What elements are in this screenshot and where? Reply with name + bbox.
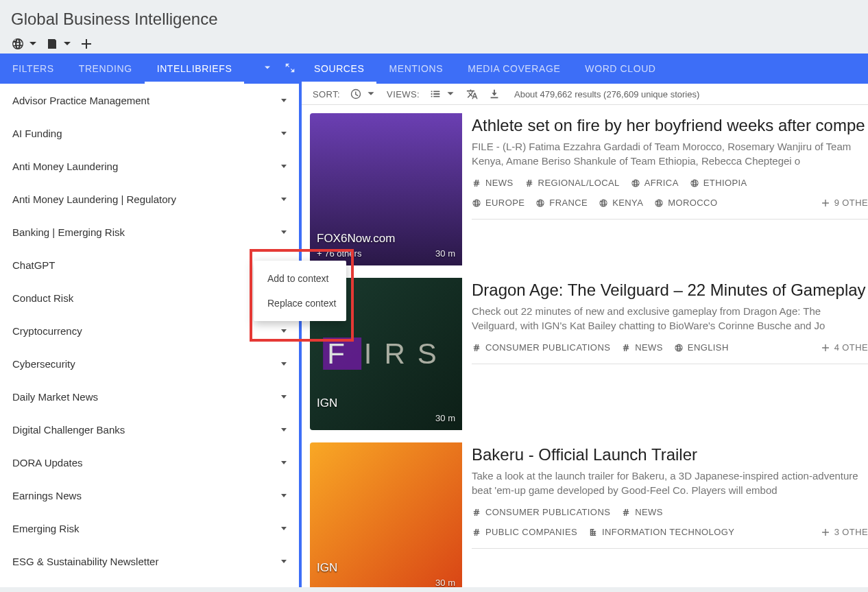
brief-item[interactable]: Advisor Practice Management bbox=[0, 84, 299, 117]
tag[interactable]: ETHIOPIA bbox=[690, 178, 747, 188]
tag-label: INFORMATION TECHNOLOGY bbox=[602, 527, 734, 537]
brief-label: Daily Market News bbox=[12, 391, 98, 403]
brief-label: ChatGPT bbox=[12, 259, 56, 271]
tag[interactable]: INFORMATION TECHNOLOGY bbox=[588, 527, 734, 537]
result-card: FIRS IGN 30 m Dragon Age: The Veilguard … bbox=[310, 278, 868, 430]
plus-icon bbox=[821, 198, 830, 208]
result-card: IGN 30 m Bakeru - Official Launch Traile… bbox=[310, 442, 868, 587]
download-button[interactable] bbox=[488, 88, 501, 100]
time-ago: 30 m bbox=[435, 248, 455, 259]
chevron-down-icon bbox=[281, 99, 287, 102]
sort-dropdown[interactable] bbox=[350, 88, 377, 100]
globe-icon bbox=[690, 178, 699, 188]
language-dropdown[interactable] bbox=[11, 37, 40, 51]
right-tabbar: SOURCES MENTIONS MEDIA COVERAGE WORD CLO… bbox=[302, 54, 868, 84]
tag-label: PUBLIC COMPANIES bbox=[485, 527, 577, 537]
tag[interactable]: KENYA bbox=[599, 198, 643, 208]
brief-label: DORA Updates bbox=[12, 457, 83, 469]
collapse-button[interactable] bbox=[256, 62, 278, 75]
chevron-down-icon bbox=[281, 362, 287, 366]
card-thumbnail[interactable]: FOX6Now.com + 76 others30 m bbox=[310, 113, 462, 265]
chevron-down-icon bbox=[281, 395, 287, 399]
menu-add-to-context[interactable]: Add to context bbox=[254, 266, 346, 291]
brief-label: Anti Money Laundering bbox=[12, 161, 118, 172]
more-tags[interactable]: 3 OTHE bbox=[821, 527, 868, 537]
tag-label: NEWS bbox=[635, 342, 663, 353]
clock-icon bbox=[350, 88, 362, 100]
add-button[interactable] bbox=[80, 37, 93, 51]
tag[interactable]: NEWS bbox=[621, 342, 663, 353]
brief-item[interactable]: Banking | Emerging Risk bbox=[0, 215, 299, 248]
more-tags[interactable]: 4 OTHE bbox=[821, 342, 868, 353]
globe-icon bbox=[11, 37, 25, 51]
views-dropdown[interactable] bbox=[429, 88, 457, 100]
card-description: FILE - (L-R) Fatima Ezzahra Gardadi of T… bbox=[472, 139, 868, 168]
document-icon bbox=[45, 37, 59, 51]
card-title[interactable]: Bakeru - Official Launch Trailer bbox=[472, 445, 868, 464]
tag[interactable]: AFRICA bbox=[631, 178, 679, 188]
brief-item[interactable]: DORA Updates bbox=[0, 446, 299, 479]
download-icon bbox=[488, 88, 501, 100]
chevron-down-icon bbox=[281, 132, 287, 135]
tag[interactable]: NEWS bbox=[472, 178, 514, 188]
tab-word-cloud[interactable]: WORD CLOUD bbox=[572, 54, 668, 84]
app-header: Global Business Intelligence bbox=[0, 0, 868, 54]
expand-button[interactable] bbox=[278, 62, 302, 76]
document-dropdown[interactable] bbox=[45, 37, 74, 51]
tag[interactable]: NEWS bbox=[621, 507, 663, 517]
hash-icon bbox=[472, 343, 481, 353]
tag[interactable]: CONSUMER PUBLICATIONS bbox=[472, 507, 610, 517]
brief-item[interactable]: Earnings News bbox=[0, 479, 299, 512]
globe-icon bbox=[631, 178, 640, 188]
tag-label: CONSUMER PUBLICATIONS bbox=[485, 507, 610, 517]
globe-icon bbox=[674, 343, 684, 353]
menu-replace-context[interactable]: Replace context bbox=[254, 291, 346, 316]
header-toolbar bbox=[11, 37, 857, 51]
tab-mentions[interactable]: MENTIONS bbox=[376, 54, 455, 84]
tab-media-coverage[interactable]: MEDIA COVERAGE bbox=[455, 54, 572, 84]
translate-button[interactable] bbox=[466, 88, 479, 100]
globe-icon bbox=[599, 198, 608, 208]
brief-label: Advisor Practice Management bbox=[12, 95, 149, 106]
tag[interactable]: EUROPE bbox=[472, 198, 525, 208]
tag[interactable]: REGIONAL/LOCAL bbox=[525, 178, 620, 188]
card-title[interactable]: Dragon Age: The Veilguard – 22 Minutes o… bbox=[472, 281, 868, 300]
results-toolbar: SORT: VIEWS: About 479,662 results (276,… bbox=[302, 84, 868, 105]
hash-icon bbox=[525, 178, 534, 188]
left-tabbar: FILTERS TRENDING INTELLIBRIEFS bbox=[0, 54, 302, 84]
more-tags[interactable]: 9 OTHE bbox=[821, 198, 868, 208]
tab-filters[interactable]: FILTERS bbox=[0, 54, 67, 84]
brief-item[interactable]: AI Funding bbox=[0, 117, 299, 150]
tag-label: CONSUMER PUBLICATIONS bbox=[485, 342, 610, 353]
brief-label: Emerging Risk bbox=[12, 523, 80, 534]
brief-item[interactable]: Anti Money Laundering | Regulatory bbox=[0, 182, 299, 215]
brief-label: Cryptocurrency bbox=[12, 325, 82, 337]
brief-label: Earnings News bbox=[12, 490, 82, 501]
brief-item[interactable]: Emerging Risk bbox=[0, 512, 299, 545]
card-title[interactable]: Athlete set on fire by her boyfriend wee… bbox=[472, 116, 868, 135]
tag[interactable]: PUBLIC COMPANIES bbox=[472, 527, 577, 537]
tag[interactable]: ENGLISH bbox=[674, 342, 729, 353]
brief-item[interactable]: Cybersecurity bbox=[0, 347, 299, 380]
source-name: IGN bbox=[317, 561, 455, 575]
brief-item[interactable]: Anti Money Laundering bbox=[0, 150, 299, 182]
tag[interactable]: FRANCE bbox=[535, 198, 588, 208]
tab-intellibriefs[interactable]: INTELLIBRIEFS bbox=[145, 54, 245, 84]
brief-item[interactable]: Daily Market News bbox=[0, 380, 299, 413]
card-thumbnail[interactable]: IGN 30 m bbox=[310, 442, 462, 587]
views-label: VIEWS: bbox=[387, 89, 420, 99]
card-description: Check out 22 minutes of new and exclusiv… bbox=[472, 304, 868, 333]
tag[interactable]: CONSUMER PUBLICATIONS bbox=[472, 342, 610, 353]
intellibriefs-list: Advisor Practice ManagementAI FundingAnt… bbox=[0, 84, 302, 587]
tag-label: REGIONAL/LOCAL bbox=[538, 178, 620, 188]
tab-trending[interactable]: TRENDING bbox=[67, 54, 145, 84]
tag-label: FRANCE bbox=[549, 198, 588, 208]
brief-item[interactable]: Digital Challenger Banks bbox=[0, 413, 299, 446]
source-name: IGN bbox=[317, 396, 455, 410]
sort-label: SORT: bbox=[313, 89, 340, 99]
tab-sources[interactable]: SOURCES bbox=[302, 54, 376, 84]
tag[interactable]: MOROCCO bbox=[654, 198, 717, 208]
brief-item[interactable]: ESG & Sustainability Newsletter bbox=[0, 545, 299, 578]
chevron-down-icon bbox=[262, 62, 273, 73]
chevron-down-icon bbox=[281, 494, 287, 497]
